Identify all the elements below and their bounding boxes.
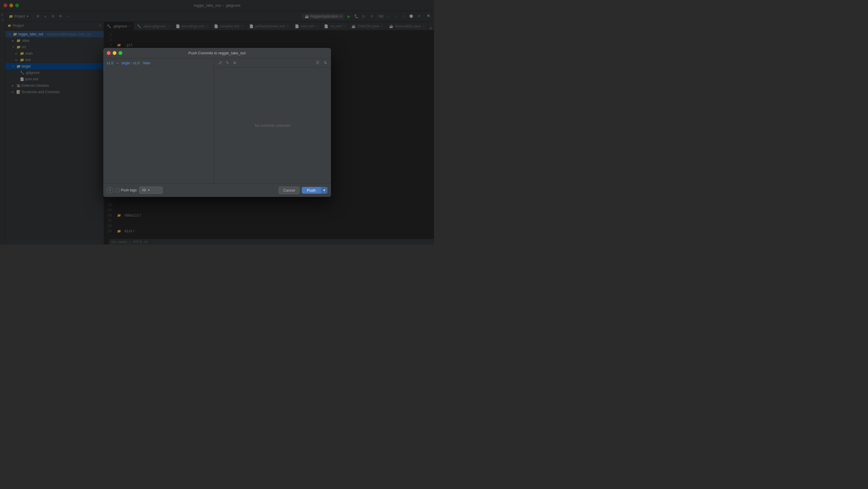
toolbar-branch-icon-btn[interactable]: ⎇ [217, 60, 223, 66]
modal-footer: ? Push tags: All ▼ Cancel Push ▼ [103, 183, 331, 197]
push-button-group: Push ▼ [302, 187, 328, 194]
toolbar-edit-icon-btn[interactable]: ✎ [224, 60, 230, 66]
modal-min-btn[interactable] [113, 51, 117, 55]
new-badge: New [142, 61, 151, 65]
modal-right-toolbar-left: ⎇ ✎ ⧉ [217, 60, 238, 66]
modal-right-toolbar: ⎇ ✎ ⧉ ☰ ⇅ [214, 58, 331, 68]
push-tags-checkbox[interactable] [116, 189, 119, 192]
push-button[interactable]: Push [302, 187, 321, 194]
push-commits-modal: Push Commits to reggie_take_out v1.0 → o… [103, 48, 331, 197]
modal-title: Push Commits to reggie_take_out [189, 51, 246, 55]
modal-right-panel: ⎇ ✎ ⧉ ☰ ⇅ No commits selected [214, 58, 331, 183]
branch-arrow: → [116, 61, 119, 65]
branch-from-label: v1.0 [107, 61, 114, 65]
push-tags-group: Push tags: All ▼ [116, 186, 163, 194]
push-tags-value: All [142, 188, 146, 192]
modal-traffic-lights [107, 51, 122, 55]
modal-titlebar: Push Commits to reggie_take_out [103, 48, 331, 58]
commit-list [103, 68, 214, 183]
modal-branch-header: v1.0 → origin : v1.0 New [103, 58, 214, 68]
no-commits-message: No commits selected [214, 68, 331, 183]
push-tags-label-text: Push tags: [121, 188, 138, 192]
toolbar-filter-icon-btn[interactable]: ☰ [315, 60, 321, 66]
modal-overlay: Push Commits to reggie_take_out v1.0 → o… [0, 0, 434, 244]
help-button[interactable]: ? [107, 187, 113, 193]
cancel-button[interactable]: Cancel [279, 186, 299, 194]
modal-right-toolbar-right: ☰ ⇅ [315, 60, 329, 66]
push-dropdown-arrow[interactable]: ▼ [321, 187, 328, 194]
toolbar-copy-icon-btn[interactable]: ⧉ [232, 60, 238, 66]
modal-close-btn[interactable] [107, 51, 111, 55]
modal-left-panel: v1.0 → origin : v1.0 New [103, 58, 214, 183]
toolbar-sort-icon-btn[interactable]: ⇅ [322, 60, 329, 66]
push-tags-chevron-icon: ▼ [148, 189, 150, 192]
push-tags-select[interactable]: All ▼ [139, 186, 162, 194]
branch-to-label: origin : v1.0 [121, 61, 140, 65]
modal-body: v1.0 → origin : v1.0 New ⎇ ✎ ⧉ [103, 58, 331, 183]
modal-max-btn[interactable] [119, 51, 122, 55]
